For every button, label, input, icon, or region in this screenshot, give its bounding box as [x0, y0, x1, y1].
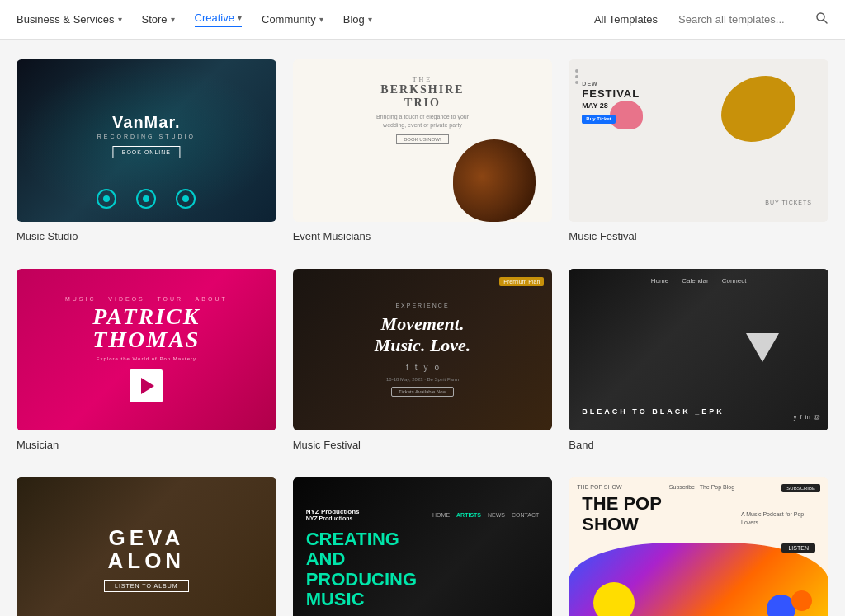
search-icon[interactable] — [815, 12, 828, 27]
nav-left: Business & Services ▾ Store ▾ Creative ▾… — [17, 12, 594, 27]
svg-line-1 — [824, 20, 827, 23]
template-card-music-festival-2[interactable]: Premium Plan Experience Movement. Music.… — [293, 269, 553, 452]
template-label-musician-1: Musician — [17, 439, 276, 451]
nav-label-creative: Creative — [195, 12, 234, 24]
template-thumb-event-musicians: THE BERKSHIRE TRIO Bringing a touch of e… — [293, 59, 553, 222]
template-card-event-musicians[interactable]: THE BERKSHIRE TRIO Bringing a touch of e… — [293, 59, 553, 242]
template-thumb-music-festival-1: DEW FESTIVAL MAY 28 Buy Ticket BUY TICKE… — [569, 59, 828, 222]
chevron-down-icon: ▾ — [171, 15, 175, 24]
template-card-music-podcast[interactable]: THE POP SHOW Subscribe · The Pop Blog SU… — [569, 477, 828, 616]
nav-divider — [668, 12, 668, 28]
nav-right: All Templates — [594, 12, 828, 28]
template-thumb-musician-2: GEVA ALON LISTEN TO ALBUM HOME MUSIC VID… — [17, 477, 276, 616]
template-thumb-music-studio: VanMar. RECORDING STUDIO BOOK ONLINE — [17, 59, 276, 222]
template-card-musician-1[interactable]: MUSIC · VIDEOS · TOUR · ABOUT PATRICK TH… — [17, 269, 276, 452]
navbar: Business & Services ▾ Store ▾ Creative ▾… — [0, 0, 845, 40]
template-gallery: VanMar. RECORDING STUDIO BOOK ONLINE Mus… — [0, 40, 845, 616]
all-templates-label: All Templates — [594, 13, 658, 26]
nav-item-creative[interactable]: Creative ▾ — [195, 12, 242, 27]
template-thumb-musician-1: MUSIC · VIDEOS · TOUR · ABOUT PATRICK TH… — [17, 269, 276, 431]
search-input[interactable] — [678, 13, 810, 26]
nav-label-blog: Blog — [343, 13, 365, 26]
nav-item-business[interactable]: Business & Services ▾ — [17, 13, 122, 26]
nav-item-store[interactable]: Store ▾ — [142, 13, 175, 26]
template-thumb-music-podcast: THE POP SHOW Subscribe · The Pop Blog SU… — [569, 477, 828, 616]
template-card-musician-2[interactable]: GEVA ALON LISTEN TO ALBUM HOME MUSIC VID… — [17, 477, 276, 616]
template-thumb-music-festival-2: Premium Plan Experience Movement. Music.… — [293, 269, 553, 431]
template-label-event-musicians: Event Musicians — [293, 230, 553, 242]
chevron-down-icon: ▾ — [118, 15, 122, 24]
nav-item-community[interactable]: Community ▾ — [262, 13, 323, 26]
template-thumb-booking-agency: NYZ Productions NYZ Productions HOME ART… — [293, 477, 553, 616]
template-card-music-festival-1[interactable]: DEW FESTIVAL MAY 28 Buy Ticket BUY TICKE… — [569, 59, 828, 242]
nav-label-store: Store — [142, 13, 168, 26]
template-card-music-studio[interactable]: VanMar. RECORDING STUDIO BOOK ONLINE Mus… — [17, 59, 276, 242]
template-thumb-band: BLEACH TO BLACK _EPK Home Calendar Conne… — [569, 269, 828, 431]
chevron-down-icon: ▾ — [238, 13, 242, 22]
search-box — [678, 12, 828, 27]
template-card-booking-agency[interactable]: NYZ Productions NYZ Productions HOME ART… — [293, 477, 553, 616]
nav-label-community: Community — [262, 13, 316, 26]
template-label-music-festival-2: Music Festival — [293, 439, 553, 451]
nav-item-blog[interactable]: Blog ▾ — [343, 13, 372, 26]
nav-label-business: Business & Services — [17, 13, 115, 26]
template-label-music-studio: Music Studio — [17, 230, 276, 242]
template-label-band: Band — [569, 439, 828, 451]
template-label-music-festival-1: Music Festival — [569, 230, 828, 242]
chevron-down-icon: ▾ — [319, 15, 323, 24]
chevron-down-icon: ▾ — [368, 15, 372, 24]
template-card-band[interactable]: BLEACH TO BLACK _EPK Home Calendar Conne… — [569, 269, 828, 452]
